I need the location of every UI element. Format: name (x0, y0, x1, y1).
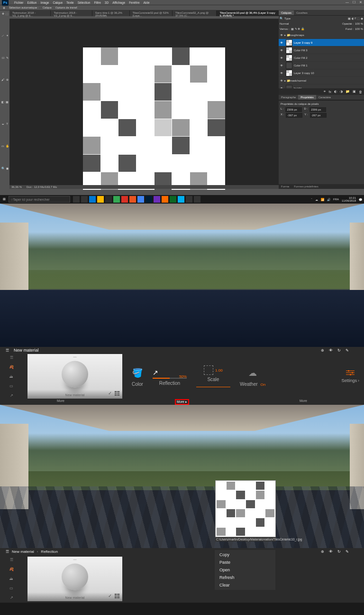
layer-row[interactable]: 👁height (279, 84, 364, 88)
box-icon[interactable]: ▭ (5, 383, 18, 389)
wifi-icon[interactable]: 📶 (321, 198, 324, 201)
magnify-icon[interactable]: ⊕ (321, 348, 324, 353)
ctx-copy[interactable]: Copy (215, 551, 275, 559)
grid-icon[interactable] (115, 594, 119, 598)
hamburger-icon[interactable]: ☰ (5, 354, 18, 360)
skype-icon[interactable] (178, 196, 184, 203)
sliders-icon[interactable] (346, 370, 355, 375)
app-icon[interactable] (121, 196, 128, 203)
menu-item[interactable]: 3D (105, 1, 109, 4)
layer-row[interactable]: 👁 ▸ 📁 mask/normal (279, 77, 364, 84)
refresh-icon[interactable]: ↻ (337, 348, 341, 353)
layer-row[interactable]: 👁Color Fill 3 (279, 47, 364, 54)
export-icon[interactable]: ↗ (5, 392, 18, 398)
document-tab[interactable]: TilesConcrete02.psd @ 52% (Laye... (130, 10, 173, 16)
tab-brush-presets[interactable]: Formes prédéfinies (291, 184, 320, 189)
notifications-icon[interactable]: 💬 (359, 198, 362, 201)
visibility-icon[interactable]: 👁 (279, 56, 284, 59)
tray-icon[interactable]: ˄ (311, 198, 312, 201)
reflection-control[interactable]: ↗ 50% Reflection (153, 367, 187, 386)
filter-type[interactable]: Type (284, 17, 291, 20)
color-swatch[interactable]: ◼ (5, 166, 9, 170)
visibility-icon[interactable]: 👁 (279, 79, 284, 82)
check-icon[interactable]: ✓ (108, 593, 112, 598)
document-tab[interactable]: Twinmotion 2018 - V2_1.png @ 6... (9, 10, 51, 16)
document-tab[interactable]: Sans titre-1 @ 36,2% (RVB/8#) (92, 10, 130, 16)
hand-tool[interactable]: ✋ (5, 144, 9, 148)
app-icon[interactable] (186, 196, 192, 203)
layer-row[interactable]: 👁Layer 3 copy 10 (279, 69, 364, 77)
transform-options[interactable]: Options de transf. (55, 6, 78, 9)
landscape-icon[interactable]: ⛰ (5, 576, 18, 581)
new-layer-icon[interactable]: ▣ (353, 90, 356, 93)
document-tab[interactable]: TilesConcrete02_A.png @ 37,5% (C... (173, 10, 217, 16)
menu-item[interactable]: Fichier (14, 1, 24, 4)
shape-tool[interactable]: ▭ (1, 144, 5, 148)
more-center[interactable]: More ▸ (121, 399, 243, 405)
clock-date[interactable]: 11/06/2018 (342, 199, 356, 202)
zoom-level[interactable]: 36,36 % (11, 186, 22, 188)
start-button[interactable]: ⊞ (0, 195, 9, 204)
maximize-icon[interactable]: ☐ (353, 0, 355, 4)
ctx-clear[interactable]: Clear (215, 581, 275, 589)
link-icon[interactable]: ⚭ (323, 90, 326, 93)
menu-item[interactable]: Calque (53, 1, 63, 4)
app-icon[interactable] (170, 196, 176, 203)
material-preview[interactable]: — New material ✓ (27, 354, 122, 399)
group-icon[interactable]: 📁 (346, 90, 350, 93)
marquee-tool[interactable]: ⬚ (5, 11, 9, 15)
hamburger-icon[interactable]: ☰ (5, 557, 18, 562)
more-left[interactable]: More (0, 399, 121, 405)
prop-height[interactable] (309, 107, 326, 112)
app-icon[interactable] (194, 196, 200, 203)
export-icon[interactable]: ↗ (5, 595, 18, 600)
menu-item[interactable]: Fenêtre (129, 1, 139, 4)
tab-brush[interactable]: Forme (279, 184, 291, 189)
ctx-refresh[interactable]: Refresh (215, 574, 275, 581)
app-icon[interactable] (105, 196, 112, 203)
visibility-icon[interactable]: 👁 (279, 49, 284, 52)
box-icon[interactable]: ▭ (5, 585, 18, 591)
landscape-icon[interactable]: ⛰ (5, 373, 18, 379)
volume-icon[interactable]: 🔊 (327, 198, 330, 201)
check-icon[interactable]: ✓ (108, 391, 112, 396)
eye-icon[interactable]: 👁 (329, 348, 333, 353)
menu-item[interactable]: Aide (144, 1, 150, 4)
render-viewport[interactable] (0, 204, 364, 347)
menu-item[interactable]: Sélection (78, 1, 91, 4)
document-tab-active[interactable]: TilesCeramic10.psd @ 36,4% (Layer 3 copy… (217, 10, 279, 16)
tab-paragraph[interactable]: Paragraphe (279, 95, 298, 100)
fill-value[interactable]: 100 % (355, 28, 363, 30)
menu-item[interactable]: Filtre (94, 1, 100, 4)
layer-row[interactable]: 👁 ▸ 📁 roughmaps (279, 31, 364, 39)
more-right[interactable]: More (243, 399, 364, 405)
app-icon[interactable] (129, 196, 136, 203)
artboard[interactable] (83, 47, 225, 190)
menu-icon[interactable]: ☰ (6, 348, 9, 353)
minimize-icon[interactable]: — (346, 0, 349, 4)
grid-icon[interactable] (115, 391, 119, 396)
text-tool[interactable]: T (5, 122, 9, 126)
cloud-icon[interactable]: ☁ (315, 198, 318, 201)
tab-character[interactable]: Caractère (316, 95, 333, 100)
leaf-icon[interactable]: 🍂 (5, 566, 18, 572)
document-tab[interactable]: Twinmotion 2018 - V2_2.png @ 6... (51, 10, 92, 16)
leaf-icon[interactable]: 🍂 (5, 364, 18, 370)
app-icon[interactable] (113, 196, 120, 203)
blend-mode[interactable]: Normal (280, 22, 289, 25)
render-viewport-2[interactable]: C:\Users/martin/Desktop/Materialcreation… (0, 405, 364, 548)
tab-properties[interactable]: Propriétés (298, 95, 316, 100)
refresh-icon[interactable]: ↻ (337, 550, 341, 554)
lasso-tool[interactable]: ⟋ (1, 34, 5, 37)
magnify-icon[interactable]: ⊕ (321, 550, 324, 554)
ctx-open[interactable]: Open (215, 566, 275, 574)
prop-y[interactable] (310, 113, 327, 118)
menu-icon[interactable]: ☰ (6, 550, 9, 554)
mask-icon[interactable]: ◐ (334, 90, 337, 93)
wand-tool[interactable]: ✦ (5, 34, 9, 37)
trash-icon[interactable]: 🗑 (359, 90, 362, 93)
pen-tool[interactable]: ✒ (1, 122, 5, 126)
fx-icon[interactable]: fx (329, 90, 331, 93)
visibility-icon[interactable]: 👁 (279, 34, 284, 37)
material-title[interactable]: New material (12, 550, 34, 554)
